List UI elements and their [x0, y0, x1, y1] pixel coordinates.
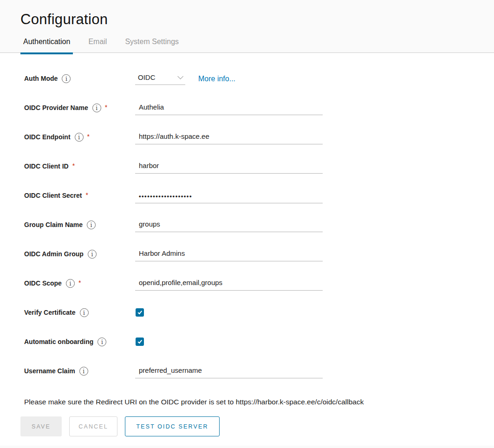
required-asterisk: *: [87, 133, 90, 140]
field-control: openid,profile,email,groups: [135, 279, 323, 291]
field-label-group: Automatic onboarding i: [24, 338, 135, 346]
field-row-oidc-endpoint: OIDC Endpoint i * https://auth.k-space.e…: [24, 133, 494, 162]
field-control: OIDC More info...: [135, 74, 235, 85]
info-icon[interactable]: i: [79, 367, 88, 376]
oidc-admin-group-input[interactable]: Harbor Admins: [135, 249, 323, 261]
info-icon[interactable]: i: [80, 308, 89, 317]
field-control: preferred_username: [135, 367, 323, 378]
field-row-username-claim: Username Claim i preferred_username: [24, 367, 494, 396]
oidc-endpoint-input[interactable]: https://auth.k-space.ee: [135, 132, 323, 144]
authentication-form: Auth Mode i OIDC More info... OIDC Provi…: [0, 53, 494, 446]
info-icon[interactable]: i: [92, 104, 101, 112]
form-actions: SAVE CANCEL TEST OIDC SERVER: [20, 416, 494, 436]
field-control: Authelia: [135, 104, 323, 115]
info-icon[interactable]: i: [62, 74, 71, 83]
info-icon[interactable]: i: [66, 279, 75, 288]
field-control: •••••••••••••••••••: [135, 191, 323, 203]
tab-authentication[interactable]: Authentication: [20, 38, 73, 52]
tab-system-settings[interactable]: System Settings: [122, 38, 182, 52]
page-header: Configuration Authentication Email Syste…: [0, 0, 494, 53]
oidc-provider-name-input[interactable]: Authelia: [135, 103, 323, 115]
field-row-oidc-client-secret: OIDC Client Secret * •••••••••••••••••••: [24, 191, 494, 221]
info-icon[interactable]: i: [98, 338, 106, 346]
save-button[interactable]: SAVE: [20, 416, 62, 436]
field-label: OIDC Provider Name: [24, 104, 88, 112]
info-icon[interactable]: i: [75, 133, 84, 142]
field-control: https://auth.k-space.ee: [135, 133, 323, 144]
required-asterisk: *: [78, 279, 81, 286]
field-label: OIDC Endpoint: [24, 133, 71, 142]
field-control: Harbor Admins: [135, 250, 323, 261]
cancel-button[interactable]: CANCEL: [69, 416, 117, 436]
field-row-oidc-admin-group: OIDC Admin Group i Harbor Admins: [24, 250, 494, 279]
field-label: Auth Mode: [24, 74, 58, 83]
page-bottom-margin: [0, 446, 494, 448]
field-label: Group Claim Name: [24, 221, 83, 229]
tab-bar: Authentication Email System Settings: [20, 38, 494, 52]
field-label-group: OIDC Client Secret *: [24, 191, 135, 200]
field-control: [135, 308, 144, 317]
field-label-group: OIDC Endpoint i *: [24, 133, 135, 142]
field-control: harbor: [135, 162, 323, 174]
field-control: groups: [135, 221, 323, 232]
info-icon[interactable]: i: [88, 250, 97, 259]
group-claim-name-input[interactable]: groups: [135, 220, 323, 232]
automatic-onboarding-checkbox[interactable]: [136, 338, 144, 346]
field-row-verify-certificate: Verify Certificate i: [24, 308, 494, 338]
field-row-auth-mode: Auth Mode i OIDC More info...: [24, 74, 494, 104]
test-oidc-server-button[interactable]: TEST OIDC SERVER: [125, 416, 220, 436]
auth-mode-selected-value: OIDC: [138, 73, 156, 81]
field-label-group: OIDC Provider Name i *: [24, 104, 135, 112]
field-label: OIDC Client Secret: [24, 191, 82, 200]
field-label: Automatic onboarding: [24, 338, 93, 346]
required-asterisk: *: [85, 191, 88, 199]
oidc-client-secret-input[interactable]: •••••••••••••••••••: [135, 190, 323, 203]
page-title: Configuration: [20, 11, 494, 28]
tab-email[interactable]: Email: [85, 38, 110, 52]
field-label-group: OIDC Admin Group i: [24, 250, 135, 259]
field-label-group: Auth Mode i: [24, 74, 135, 83]
field-label-group: Group Claim Name i: [24, 221, 135, 229]
field-row-oidc-scope: OIDC Scope i * openid,profile,email,grou…: [24, 279, 494, 308]
oidc-client-id-input[interactable]: harbor: [135, 161, 323, 174]
info-icon[interactable]: i: [87, 221, 96, 229]
chevron-down-icon: [177, 73, 183, 79]
redirect-uri-note: Please make sure the Redirect URI on the…: [24, 397, 494, 407]
field-label-group: OIDC Client ID *: [24, 162, 135, 171]
username-claim-input[interactable]: preferred_username: [135, 366, 323, 378]
required-asterisk: *: [105, 104, 107, 111]
verify-certificate-checkbox[interactable]: [136, 308, 144, 317]
checkmark-icon: [137, 310, 142, 314]
field-row-oidc-provider-name: OIDC Provider Name i * Authelia: [24, 104, 494, 133]
field-label-group: Username Claim i: [24, 367, 135, 376]
checkmark-icon: [137, 339, 142, 344]
field-label: Verify Certificate: [24, 308, 76, 317]
more-info-link[interactable]: More info...: [198, 74, 235, 83]
required-asterisk: *: [72, 162, 75, 169]
field-label: OIDC Scope: [24, 279, 62, 288]
field-label: OIDC Client ID: [24, 162, 69, 171]
field-control: [135, 338, 144, 346]
field-row-group-claim-name: Group Claim Name i groups: [24, 221, 494, 250]
field-row-automatic-onboarding: Automatic onboarding i: [24, 338, 494, 367]
field-label-group: OIDC Scope i *: [24, 279, 135, 288]
auth-mode-select[interactable]: OIDC: [135, 73, 185, 85]
field-label-group: Verify Certificate i: [24, 308, 135, 317]
field-label: OIDC Admin Group: [24, 250, 84, 259]
oidc-scope-input[interactable]: openid,profile,email,groups: [135, 278, 323, 291]
field-label: Username Claim: [24, 367, 75, 376]
field-row-oidc-client-id: OIDC Client ID * harbor: [24, 162, 494, 191]
